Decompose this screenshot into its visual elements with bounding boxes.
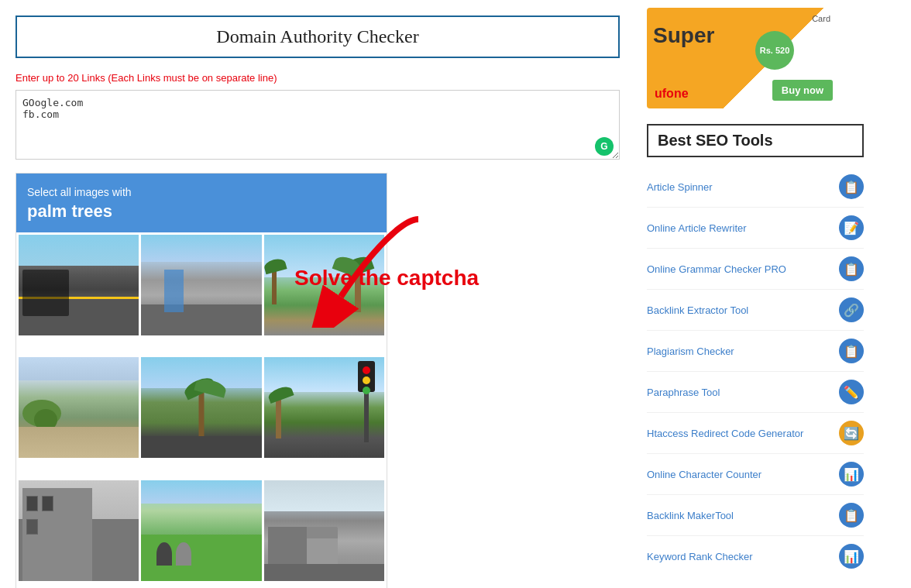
captcha-header: Select all images with palm trees (16, 174, 387, 232)
captcha-cell-1[interactable] (19, 235, 139, 355)
captcha-cell-4[interactable] (19, 357, 139, 477)
sidebar: Card Super Rs. 520 ufone Buy now Best SE… (635, 0, 875, 588)
seo-tool-item[interactable]: Paraphrase Tool✏️ (647, 372, 864, 413)
seo-tool-link[interactable]: Article Spinner (647, 181, 833, 193)
sidebar-ad[interactable]: Card Super Rs. 520 ufone Buy now (647, 8, 841, 108)
instructions-text-after: (Each Links must be on separate line) (105, 72, 277, 84)
best-seo-tools-title: Best SEO Tools (658, 132, 853, 150)
seo-tool-icon: 📊 (839, 544, 864, 569)
seo-tool-link[interactable]: Keyword Rank Checker (647, 551, 833, 562)
seo-tool-link[interactable]: Paraphrase Tool (647, 387, 833, 398)
seo-tool-item[interactable]: Online Character Counter📊 (647, 454, 864, 495)
seo-tool-item[interactable]: Backlink MakerTool📋 (647, 495, 864, 536)
url-textarea[interactable]: GOogle.com fb.com (15, 90, 620, 160)
seo-tool-link[interactable]: Backlink Extractor Tool (647, 304, 833, 316)
ad-card-label: Card (653, 14, 834, 23)
seo-tool-icon: 📋 (839, 503, 864, 528)
captcha-cell-8[interactable] (141, 480, 261, 588)
ad-ufone-label: ufone (655, 87, 689, 101)
seo-tool-link[interactable]: Htaccess Redirect Code Generator (647, 428, 833, 439)
instructions: Enter up to 20 Links (Each Links must be… (15, 72, 620, 84)
seo-tool-item[interactable]: Keyword Rank Checker📊 (647, 536, 864, 576)
seo-tool-item[interactable]: Htaccess Redirect Code Generator🔄 (647, 413, 864, 454)
captcha-cell-2[interactable] (141, 235, 261, 355)
grammarly-icon: G (595, 137, 614, 156)
seo-tools-list: Article Spinner📋Online Article Rewriter📝… (647, 167, 864, 576)
seo-tool-link[interactable]: Online Grammar Checker PRO (647, 263, 833, 275)
ad-buynow-button[interactable]: Buy now (772, 80, 833, 101)
captcha-select-text: Select all images with (27, 186, 376, 198)
solve-captcha-text: Solve the captcha (294, 266, 479, 291)
seo-tool-icon: 🔗 (839, 297, 864, 322)
seo-tool-icon: 📊 (839, 462, 864, 487)
seo-tool-link[interactable]: Online Character Counter (647, 469, 833, 480)
seo-tool-item[interactable]: Article Spinner📋 (647, 167, 864, 208)
url-input-wrapper: GOogle.com fb.com G (15, 90, 620, 162)
seo-tool-link[interactable]: Plagiarism Checker (647, 346, 833, 357)
captcha-cell-7[interactable] (19, 480, 139, 588)
captcha-widget: Select all images with palm trees (15, 173, 387, 588)
sidebar-ad-content: Card Super (647, 8, 841, 54)
instructions-text-before: Enter up to (15, 72, 67, 84)
ad-super-label: Super (653, 23, 834, 48)
seo-tool-icon: 🔄 (839, 421, 864, 445)
captcha-cell-9[interactable] (264, 480, 384, 588)
seo-tool-item[interactable]: Online Grammar Checker PRO📋 (647, 249, 864, 290)
seo-tool-icon: 📋 (839, 256, 864, 281)
seo-tool-icon: ✏️ (839, 380, 864, 404)
seo-tool-item[interactable]: Plagiarism Checker📋 (647, 331, 864, 372)
seo-tool-link[interactable]: Backlink MakerTool (647, 510, 833, 521)
page-title: Domain Authority Checker (33, 26, 603, 47)
captcha-cell-5[interactable] (141, 357, 261, 477)
main-content: Domain Authority Checker Enter up to 20 … (0, 0, 635, 588)
limit-highlight: 20 Links (67, 72, 105, 84)
captcha-cell-6[interactable] (264, 357, 384, 477)
seo-tool-link[interactable]: Online Article Rewriter (647, 222, 833, 234)
seo-tool-icon: 📝 (839, 215, 864, 240)
captcha-section: Select all images with palm trees (15, 173, 620, 588)
captcha-target-text: palm trees (27, 201, 376, 222)
seo-tool-icon: 📋 (839, 174, 864, 199)
seo-tool-item[interactable]: Backlink Extractor Tool🔗 (647, 290, 864, 331)
seo-tool-item[interactable]: Online Article Rewriter📝 (647, 208, 864, 249)
captcha-cell-3[interactable] (264, 235, 384, 355)
ad-rs-label: Rs. 520 (755, 31, 794, 70)
best-seo-tools-box: Best SEO Tools (647, 124, 864, 157)
seo-tool-icon: 📋 (839, 339, 864, 363)
tool-title-box: Domain Authority Checker (15, 15, 620, 58)
